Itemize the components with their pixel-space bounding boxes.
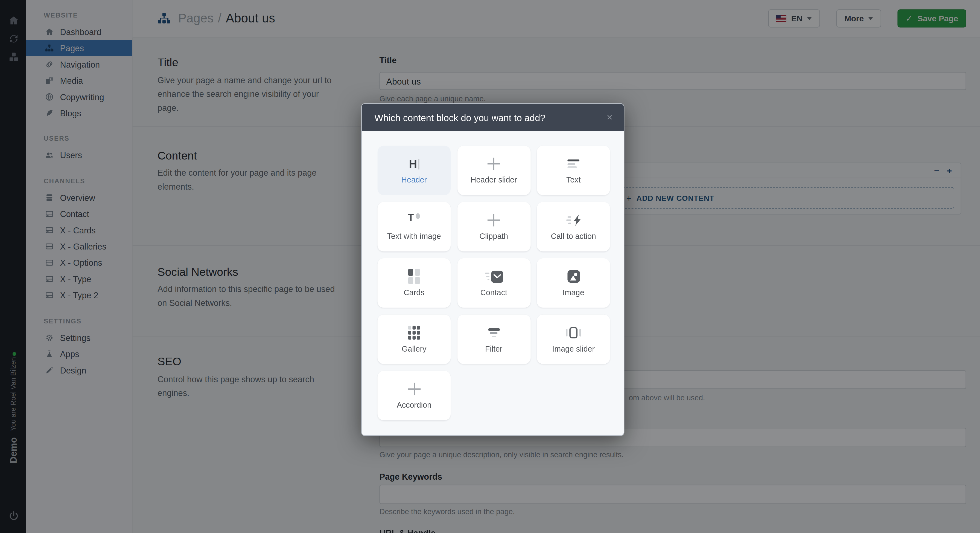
block-tile-call-to-action[interactable]: Call to action [537,202,610,251]
block-tile-text-with-image[interactable]: T Text with image [378,202,450,251]
block-tile-image-slider[interactable]: Image slider [537,314,610,364]
tile-label: Text [566,176,581,184]
block-tile-clippath[interactable]: Clippath [457,202,530,251]
contact-icon [485,269,503,284]
tile-label: Filter [485,345,503,353]
block-tile-header-slider[interactable]: Header slider [457,146,530,195]
image-icon [567,269,580,284]
filter-icon [488,326,500,340]
plus-icon [488,156,500,171]
block-tile-text[interactable]: Text [537,146,610,195]
content-block-grid: H Header Header slider Text T Text with … [378,146,609,420]
modal-body: H Header Header slider Text T Text with … [362,131,624,420]
plus-icon [408,381,420,396]
gallery-icon [408,326,420,340]
plus-icon [488,212,500,228]
tile-label: Contact [480,288,507,297]
tile-label: Image slider [552,345,595,353]
block-tile-cards[interactable]: Cards [378,258,450,308]
app-window: You are Roel Van Bilzen Demo WEBSITE Das… [0,0,980,533]
tile-label: Accordion [397,401,431,410]
tile-label: Header [401,176,427,184]
tile-label: Call to action [551,232,596,241]
tile-label: Cards [404,288,425,297]
tile-label: Header slider [471,176,517,184]
add-content-block-modal: Which content block do you want to add? … [361,103,624,436]
close-icon[interactable]: × [607,112,624,123]
block-tile-header[interactable]: H Header [378,146,450,195]
text-icon [567,156,579,171]
block-tile-filter[interactable]: Filter [457,314,530,364]
image-slider-icon [566,326,581,340]
block-tile-gallery[interactable]: Gallery [378,314,450,364]
tile-label: Gallery [402,345,426,353]
cards-icon [408,269,420,284]
header-icon: H [409,156,419,171]
tile-label: Text with image [387,232,441,241]
call-to-action-icon [566,212,581,228]
modal-header: Which content block do you want to add? … [362,104,624,131]
modal-title: Which content block do you want to add? [362,112,606,123]
tile-label: Clippath [479,232,508,241]
block-tile-image[interactable]: Image [537,258,610,308]
block-tile-accordion[interactable]: Accordion [378,371,450,420]
text-with-image-icon: T [408,212,420,228]
block-tile-contact[interactable]: Contact [457,258,530,308]
tile-label: Image [562,288,584,297]
